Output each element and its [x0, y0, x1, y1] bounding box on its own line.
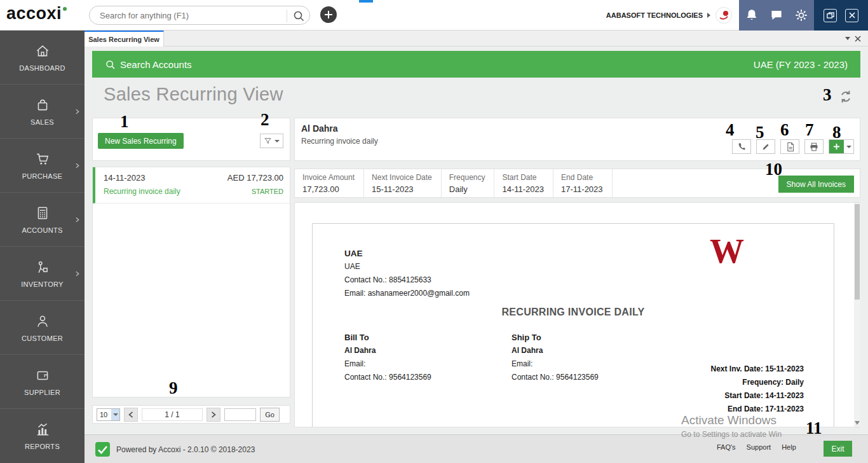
summary-value: Daily: [449, 184, 485, 194]
new-sales-recurring-button[interactable]: New Sales Recurring: [98, 133, 184, 149]
summary-label: End Date: [561, 173, 603, 182]
window-close-button[interactable]: [845, 9, 858, 22]
vertical-scrollbar[interactable]: [854, 203, 860, 427]
seller-contact: Contact No.: 8854125633: [344, 273, 470, 287]
ship-to-contact: Contact No.: 9564123569: [512, 371, 599, 384]
global-search-input[interactable]: [100, 8, 278, 23]
sidebar-item-sales[interactable]: SALES: [0, 85, 85, 139]
add-dropdown-caret[interactable]: [844, 146, 853, 148]
summary-start-date: Start Date 14-11-2023: [494, 169, 553, 197]
page-size-select[interactable]: 10: [97, 408, 120, 421]
invoice-document: UAE UAE Contact No.: 8854125633 Email: a…: [312, 223, 834, 427]
annotation-3: 3: [823, 85, 832, 105]
tab-strip: Sales Recurring View: [85, 31, 868, 46]
sidebar-item-supplier[interactable]: SUPPLIER: [0, 355, 85, 409]
sidebar-item-reports[interactable]: REPORTS: [0, 409, 85, 462]
pdf-file-icon: [785, 142, 795, 152]
inventory-icon: [35, 259, 50, 275]
sidebar-item-customer[interactable]: CUSTOMER: [0, 301, 85, 355]
page-indicator: 1 / 1: [142, 408, 203, 421]
recurring-invoice-list: 14-11-2023 AED 17,723.00 Recurring invoi…: [92, 167, 290, 397]
sidebar-item-dashboard[interactable]: DASHBOARD: [0, 31, 85, 85]
sidebar-item-label: REPORTS: [25, 443, 60, 450]
next-page-button[interactable]: [207, 408, 220, 422]
search-icon: [105, 59, 116, 70]
sidebar-item-label: DASHBOARD: [19, 64, 65, 72]
search-accounts-button[interactable]: Search Accounts: [105, 59, 192, 70]
print-button[interactable]: [804, 139, 824, 154]
cart-icon: [35, 151, 50, 167]
summary-value: 14-11-2023: [502, 184, 544, 194]
bill-to-block: Bill To Al Dahra Email: Contact No.: 956…: [344, 331, 431, 384]
sidebar-item-label: INVENTORY: [21, 280, 63, 288]
restore-icon: [826, 11, 834, 20]
summary-label: Frequency: [449, 173, 485, 182]
company-selector[interactable]: AABASOFT TECHNOLOGIES: [606, 11, 703, 19]
quick-add-button[interactable]: [320, 6, 337, 23]
summary-frequency: Frequency Daily: [442, 169, 495, 197]
reports-chart-icon: [35, 422, 50, 437]
caret-down-icon: [275, 140, 280, 142]
sidebar-item-label: SUPPLIER: [24, 389, 60, 396]
search-icon[interactable]: [287, 10, 304, 22]
summary-value: 17-11-2023: [561, 184, 603, 194]
sidebar-item-label: SALES: [31, 118, 54, 126]
tab-list-caret-icon[interactable]: [845, 37, 850, 40]
settings-gear-icon[interactable]: [794, 8, 809, 23]
sidebar-nav: DASHBOARD SALES PURCHASE ACCOUNTS INVENT…: [0, 31, 85, 463]
tab-sales-recurring-view[interactable]: Sales Recurring View: [85, 31, 164, 46]
sidebar-item-purchase[interactable]: PURCHASE: [0, 139, 85, 193]
close-icon: [854, 35, 862, 43]
edit-button[interactable]: [756, 139, 775, 154]
faqs-link[interactable]: FAQ's: [717, 443, 736, 451]
fiscal-year-label: UAE (FY 2023 - 2023): [754, 59, 848, 70]
window-restore-button[interactable]: [824, 9, 837, 22]
item-title-link[interactable]: Recurring invoice daily: [104, 187, 180, 196]
scrollbar-thumb[interactable]: [855, 204, 860, 300]
add-button[interactable]: [829, 140, 844, 153]
help-link[interactable]: Help: [782, 443, 796, 451]
notifications-bell-icon[interactable]: [744, 8, 759, 23]
list-toolbar-card: New Sales Recurring: [92, 118, 290, 161]
seller-block: UAE UAE Contact No.: 8854125633 Email: a…: [344, 247, 470, 300]
select-caret-icon: [111, 409, 119, 420]
meta-next-inv-date: Next Inv. Date: 15-11-2023: [710, 363, 804, 376]
scrollbar-down-arrow-icon[interactable]: [855, 421, 860, 425]
home-icon: [35, 43, 50, 59]
exit-button[interactable]: Exit: [824, 441, 852, 457]
sidebar-item-inventory[interactable]: INVENTORY: [0, 247, 85, 301]
customer-name: Al Dahra: [301, 123, 338, 134]
summary-next-invoice-date: Next Invoice Date 15-11-2023: [364, 169, 442, 197]
company-avatar[interactable]: [715, 7, 732, 24]
contact-button[interactable]: [732, 139, 751, 154]
go-button[interactable]: Go: [260, 408, 280, 422]
progress-strip: [359, 0, 373, 3]
filter-dropdown-button[interactable]: [260, 134, 283, 148]
item-amount: AED 17,723.00: [227, 173, 283, 183]
chevron-right-icon: [74, 109, 80, 114]
invoice-title: RECURRING INVOICE DAILY: [313, 307, 834, 318]
refresh-button[interactable]: [837, 88, 854, 105]
summary-label: Next Invoice Date: [372, 173, 432, 182]
sidebar-item-accounts[interactable]: ACCOUNTS: [0, 193, 85, 247]
chevron-right-icon: [210, 411, 217, 418]
recurring-meta-block: Next Inv. Date: 15-11-2023 Frequency: Da…: [710, 363, 804, 416]
top-bar: accoxi AABASOFT TECHNOLOGIES: [0, 0, 868, 31]
global-search: [89, 6, 310, 25]
seller-name: UAE: [344, 247, 470, 260]
messages-chat-icon[interactable]: [769, 8, 784, 23]
export-pdf-button[interactable]: [780, 139, 799, 154]
page-goto-input[interactable]: [224, 408, 256, 421]
previous-page-button[interactable]: [124, 408, 138, 422]
show-all-invoices-button[interactable]: Show All Invoices: [778, 176, 854, 193]
seller-email: Email: ashanameer2000@gmail.com: [344, 287, 470, 300]
printer-icon: [809, 142, 819, 152]
page-title: Sales Recurring View: [104, 84, 283, 105]
tab-close-button[interactable]: [854, 34, 863, 43]
seller-address: UAE: [344, 260, 470, 273]
add-invoice-split-button[interactable]: [829, 139, 854, 154]
powered-by-text: Powered by Accoxi - 2.0.10 © 2018-2023: [116, 445, 255, 454]
support-link[interactable]: Support: [747, 443, 771, 451]
window-controls: [814, 0, 868, 31]
list-item[interactable]: 14-11-2023 AED 17,723.00 Recurring invoi…: [93, 167, 290, 204]
